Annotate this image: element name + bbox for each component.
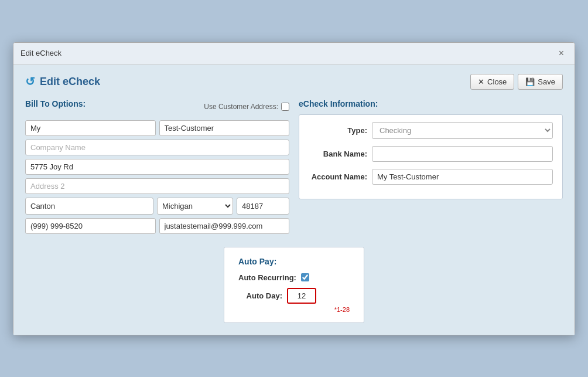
save-icon: 💾 <box>525 77 535 86</box>
email-input[interactable] <box>159 218 290 234</box>
auto-day-row: Auto Day: <box>238 288 350 304</box>
account-name-label: Account Name: <box>309 172 367 181</box>
type-row: Type: Checking Savings <box>309 122 553 139</box>
auto-recurring-row: Auto Recurring: <box>238 273 350 282</box>
modal-titlebar-title: Edit eCheck <box>20 49 61 57</box>
bank-name-input[interactable] <box>372 146 553 162</box>
auto-pay-panel: Auto Pay: Auto Recurring: Auto Day: *1-2… <box>224 247 364 323</box>
auto-pay-title: Auto Pay: <box>238 257 350 266</box>
echeck-info-section: eCheck Information: Type: Checking Savin… <box>299 99 563 237</box>
type-label: Type: <box>309 126 367 135</box>
city-state-zip-row: AlabamaAlaskaArizonaArkansasCaliforniaCo… <box>25 198 289 215</box>
phone-email-row <box>25 218 289 234</box>
modal-titlebar-close-button[interactable]: × <box>555 47 568 59</box>
address2-row <box>25 178 289 194</box>
name-row <box>25 120 289 136</box>
refresh-icon: ↺ <box>25 74 35 89</box>
city-input[interactable] <box>25 198 153 215</box>
bill-to-section: Bill To Options: Use Customer Address: <box>25 99 289 237</box>
address2-input[interactable] <box>25 178 289 194</box>
bank-name-label: Bank Name: <box>309 150 367 158</box>
auto-day-input[interactable] <box>287 288 316 304</box>
address1-row <box>25 159 289 175</box>
address1-input[interactable] <box>25 159 289 175</box>
edit-echeck-modal: Edit eCheck × ↺ Edit eCheck ✕ Close 💾 <box>13 42 575 335</box>
state-select[interactable]: AlabamaAlaskaArizonaArkansasCaliforniaCo… <box>157 198 233 215</box>
modal-title-area: ↺ Edit eCheck <box>25 74 100 89</box>
content-grid: Bill To Options: Use Customer Address: <box>25 99 563 237</box>
use-customer-address-label: Use Customer Address: <box>204 103 278 111</box>
first-name-input[interactable] <box>25 120 156 136</box>
company-name-input[interactable] <box>25 140 289 155</box>
bank-name-row: Bank Name: <box>309 146 553 162</box>
account-name-row: Account Name: <box>309 169 553 185</box>
auto-recurring-checkbox[interactable] <box>301 273 309 281</box>
auto-day-hint: *1-28 <box>238 306 350 313</box>
modal-header: ↺ Edit eCheck ✕ Close 💾 Save <box>25 74 563 90</box>
phone-input[interactable] <box>25 218 156 234</box>
use-customer-address-row: Use Customer Address: <box>204 103 289 111</box>
close-icon: ✕ <box>478 77 484 86</box>
type-select[interactable]: Checking Savings <box>372 122 553 139</box>
auto-day-label: Auto Day: <box>238 291 282 300</box>
save-button-label: Save <box>538 77 555 86</box>
close-button[interactable]: ✕ Close <box>470 74 514 90</box>
modal-titlebar: Edit eCheck × <box>13 43 575 64</box>
save-button[interactable]: 💾 Save <box>518 74 563 90</box>
close-button-label: Close <box>487 77 507 86</box>
auto-pay-section: Auto Pay: Auto Recurring: Auto Day: *1-2… <box>25 247 563 323</box>
auto-recurring-label: Auto Recurring: <box>238 273 296 282</box>
echeck-info-section-title: eCheck Information: <box>299 99 378 108</box>
use-customer-address-checkbox[interactable] <box>281 103 289 111</box>
echeck-info-panel: Type: Checking Savings Bank Name: Accoun… <box>299 114 563 199</box>
modal-title-text: Edit eCheck <box>40 76 100 88</box>
account-name-input[interactable] <box>372 169 553 185</box>
zip-input[interactable] <box>237 198 289 215</box>
bill-to-header: Bill To Options: Use Customer Address: <box>25 99 289 114</box>
modal-overlay: Edit eCheck × ↺ Edit eCheck ✕ Close 💾 <box>0 0 588 377</box>
header-buttons: ✕ Close 💾 Save <box>470 74 563 90</box>
company-row <box>25 140 289 155</box>
last-name-input[interactable] <box>159 120 290 136</box>
modal-body: ↺ Edit eCheck ✕ Close 💾 Save <box>13 64 575 335</box>
bill-to-section-title: Bill To Options: <box>25 99 86 108</box>
